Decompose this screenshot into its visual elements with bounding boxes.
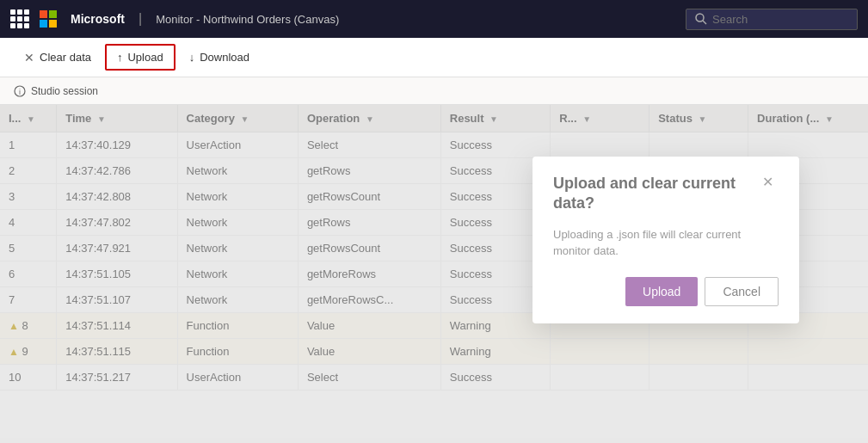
svg-text:i: i bbox=[19, 88, 21, 96]
clear-data-icon: ✕ bbox=[24, 51, 34, 65]
waffle-menu[interactable] bbox=[10, 9, 29, 28]
modal-title: Upload and clear current data? bbox=[553, 174, 757, 214]
download-button[interactable]: ↓ Download bbox=[179, 46, 260, 69]
upload-label: Upload bbox=[127, 51, 163, 64]
upload-button[interactable]: ↑ Upload bbox=[105, 44, 175, 71]
search-input[interactable] bbox=[712, 13, 833, 26]
modal-close-button[interactable]: ✕ bbox=[757, 174, 779, 191]
download-icon: ↓ bbox=[189, 51, 195, 64]
microsoft-logo bbox=[40, 10, 57, 28]
svg-point-4 bbox=[696, 14, 704, 22]
modal-body: Uploading a .json file will clear curren… bbox=[553, 226, 779, 260]
topbar: Microsoft | Monitor - Northwind Orders (… bbox=[0, 0, 868, 38]
svg-rect-0 bbox=[40, 10, 47, 18]
svg-rect-1 bbox=[49, 10, 57, 18]
table-area: I... ▼ Time ▼ Category ▼ Operation ▼ Res… bbox=[0, 105, 868, 443]
upload-confirm-modal: Upload and clear current data? ✕ Uploadi… bbox=[532, 157, 799, 323]
toolbar: ✕ Clear data ↑ Upload ↓ Download bbox=[0, 38, 868, 77]
clear-data-label: Clear data bbox=[40, 51, 91, 64]
svg-rect-2 bbox=[40, 20, 47, 28]
info-icon: i bbox=[14, 85, 26, 97]
sub-toolbar: i Studio session bbox=[0, 77, 868, 105]
modal-cancel-button[interactable]: Cancel bbox=[705, 277, 779, 306]
nav-divider: | bbox=[139, 11, 142, 27]
modal-upload-button[interactable]: Upload bbox=[625, 277, 698, 306]
search-box[interactable] bbox=[686, 9, 858, 30]
app-title: Monitor - Northwind Orders (Canvas) bbox=[156, 13, 339, 26]
upload-icon: ↑ bbox=[117, 51, 123, 64]
brand-label: Microsoft bbox=[71, 12, 125, 26]
modal-footer: Upload Cancel bbox=[553, 277, 779, 306]
modal-overlay: Upload and clear current data? ✕ Uploadi… bbox=[0, 105, 868, 443]
clear-data-button[interactable]: ✕ Clear data bbox=[14, 46, 102, 70]
search-icon bbox=[695, 13, 707, 25]
download-label: Download bbox=[200, 51, 249, 64]
modal-header: Upload and clear current data? ✕ bbox=[553, 174, 779, 214]
svg-rect-3 bbox=[49, 20, 57, 28]
session-label: Studio session bbox=[31, 85, 98, 97]
svg-line-5 bbox=[703, 21, 706, 24]
